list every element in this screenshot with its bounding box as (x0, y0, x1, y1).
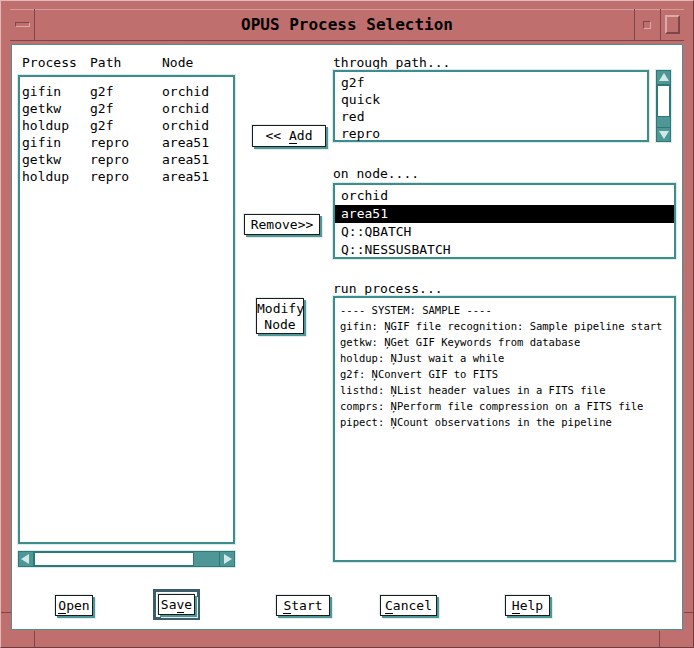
cell-node: area51 (162, 151, 209, 168)
cell-path: g2f (90, 100, 113, 117)
through-path-item[interactable]: quick (335, 91, 647, 108)
cell-path: g2f (90, 117, 113, 134)
on-node-item-selected[interactable]: area51 (335, 205, 674, 223)
frame-notch (0, 612, 11, 613)
process-list-hscrollbar[interactable] (18, 551, 235, 567)
frame-notch (659, 631, 660, 648)
through-path-item[interactable]: red (335, 108, 647, 125)
cell-process: gifin (22, 134, 61, 151)
add-label-mnemonic: A (289, 128, 297, 144)
scrollbar-divider (219, 552, 220, 566)
through-path-vscrollbar[interactable] (656, 70, 671, 142)
start-button[interactable]: Start (276, 595, 330, 616)
through-path-item[interactable]: repro (335, 125, 647, 142)
modify-label-line2: Node (257, 317, 303, 333)
run-process-label: run process... (333, 281, 443, 296)
cell-path: repro (90, 168, 129, 185)
on-node-list: orchid area51 Q::QBATCH Q::NESSUSBATCH (333, 183, 676, 259)
cell-process: getkw (22, 100, 61, 117)
remove-label: Remove>> (251, 217, 314, 232)
add-button[interactable]: << Add (252, 125, 326, 147)
through-path-item[interactable]: g2f (335, 74, 647, 91)
through-path-label: through path... (333, 55, 450, 70)
process-list: gifin g2f orchid getkw g2f orchid holdup… (18, 75, 235, 544)
process-row[interactable]: getkw repro area51 (20, 151, 233, 168)
modify-node-button[interactable]: Modify Node (256, 298, 304, 334)
cell-node: area51 (162, 134, 209, 151)
process-row[interactable]: gifin repro area51 (20, 134, 233, 151)
on-node-label: on node.... (333, 166, 419, 181)
modify-label-line1: Modify (257, 301, 303, 317)
run-process-item[interactable]: pipect: ŅCount observations in the pipel… (335, 414, 674, 430)
column-header-path: Path (90, 55, 121, 70)
cell-path: repro (90, 134, 129, 151)
help-button[interactable]: Help (505, 595, 550, 616)
vscrollbar-thumb[interactable] (657, 85, 670, 117)
run-process-item[interactable]: g2f: ŅConvert GIF to FITS (335, 366, 674, 382)
frame-corner-separator (660, 9, 661, 41)
open-button[interactable]: Open (55, 595, 93, 616)
remove-button[interactable]: Remove>> (244, 214, 320, 235)
run-process-item[interactable]: comprs: ŅPerform file compression on a F… (335, 398, 674, 414)
run-process-item[interactable]: gifin: ŅGIF file recognition: Sample pip… (335, 318, 674, 334)
on-node-item[interactable]: Q::QBATCH (335, 223, 674, 241)
run-process-list: ---- SYSTEM: SAMPLE ---- gifin: ŅGIF fil… (333, 296, 676, 562)
scroll-down-icon[interactable] (659, 131, 669, 139)
cell-node: area51 (162, 168, 209, 185)
scroll-up-icon[interactable] (659, 73, 669, 81)
maximize-icon[interactable] (665, 15, 680, 34)
cell-process: holdup (22, 117, 69, 134)
cell-node: orchid (162, 100, 209, 117)
cell-node: orchid (162, 83, 209, 100)
hscrollbar-thumb[interactable] (34, 552, 194, 566)
scroll-right-icon[interactable] (224, 554, 232, 564)
process-row[interactable]: holdup g2f orchid (20, 117, 233, 134)
cell-path: repro (90, 151, 129, 168)
scrollbar-divider (657, 127, 670, 128)
add-label-post: dd (297, 128, 313, 143)
save-default-ring: Save (153, 589, 200, 620)
column-header-node: Node (162, 55, 193, 70)
on-node-item[interactable]: orchid (335, 187, 674, 205)
cell-process: getkw (22, 151, 61, 168)
save-button[interactable]: Save (158, 594, 195, 615)
frame-corner-separator (34, 9, 35, 41)
run-process-item[interactable]: ---- SYSTEM: SAMPLE ---- (335, 302, 674, 318)
cell-path: g2f (90, 83, 113, 100)
process-row[interactable]: getkw g2f orchid (20, 100, 233, 117)
column-header-process: Process (22, 55, 77, 70)
cell-process: gifin (22, 83, 61, 100)
process-row[interactable]: gifin g2f orchid (20, 83, 233, 100)
through-path-list: g2f quick red repro (333, 70, 649, 142)
add-label-pre: << (266, 128, 289, 143)
on-node-item[interactable]: Q::NESSUSBATCH (335, 241, 674, 259)
process-row[interactable]: holdup repro area51 (20, 168, 233, 185)
run-process-item[interactable]: holdup: ŅJust wait a while (335, 350, 674, 366)
run-process-item[interactable]: getkw: ŅGet GIF Keywords from database (335, 334, 674, 350)
minimize-icon[interactable] (643, 21, 651, 29)
window-title: OPUS Process Selection (0, 9, 694, 41)
cell-node: orchid (162, 117, 209, 134)
window-menu-icon[interactable] (15, 22, 30, 27)
scroll-left-icon[interactable] (21, 554, 29, 564)
frame-notch (684, 612, 694, 613)
cancel-button[interactable]: Cancel (380, 595, 437, 616)
run-process-item[interactable]: listhd: ŅList header values in a FITS fi… (335, 382, 674, 398)
cell-process: holdup (22, 168, 69, 185)
opus-process-selection-window: OPUS Process Selection Process Path Node… (0, 0, 694, 648)
frame-corner-separator (634, 9, 635, 41)
frame-notch (34, 631, 35, 648)
